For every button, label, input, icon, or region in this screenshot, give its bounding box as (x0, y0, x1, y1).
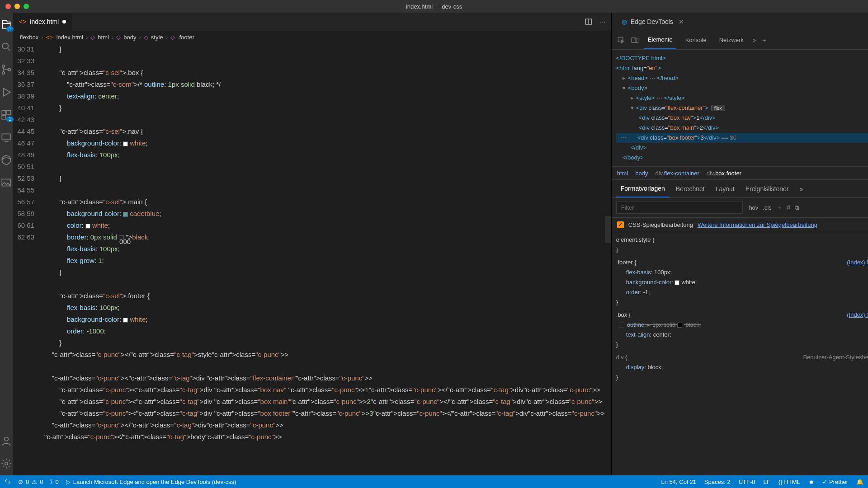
launch-edge-button[interactable]: ▷Launch Microsoft Edge and open the Edge… (66, 479, 236, 485)
rule-selector[interactable]: element.style { (616, 235, 868, 245)
tab-ereignislistener[interactable]: Ereignislistener (741, 180, 793, 197)
window-title: index.html — dev-css (406, 3, 462, 10)
tab-netzwerk[interactable]: Netzwerk (716, 31, 747, 49)
run-debug-icon[interactable] (0, 86, 13, 99)
language-indicator[interactable]: {}HTML (778, 479, 800, 485)
gear-icon[interactable] (0, 457, 13, 470)
source-link[interactable]: (Index):53 (847, 258, 868, 267)
styles-pane[interactable]: element.style { } .footer {(Index):53 fl… (612, 232, 868, 475)
source-link[interactable]: (Index):34 (847, 310, 868, 320)
port-indicator[interactable]: ⟟0 (50, 478, 58, 485)
inspect-icon[interactable] (617, 36, 625, 44)
eol-indicator[interactable]: LF (764, 479, 770, 485)
error-icon: ⊘ (18, 479, 23, 485)
breadcrumb-item[interactable]: flexbox (20, 34, 38, 41)
cls-button[interactable]: .cls (763, 204, 772, 211)
extensions-icon[interactable]: 1 (0, 108, 13, 121)
encoding-indicator[interactable]: UTF-8 (739, 479, 755, 485)
split-editor-icon[interactable] (585, 18, 593, 26)
remote-icon[interactable] (0, 131, 13, 144)
mirror-link[interactable]: Weitere Informationen zur Spiegelbearbei… (698, 221, 817, 228)
unsaved-dot-icon (62, 20, 66, 23)
devtools-panel: ◍ Edge DevTools ✕ ⋯ Elemente Konsole Net… (612, 13, 868, 475)
chevron-right-icon[interactable]: » (753, 37, 756, 43)
chevron-right-icon[interactable]: » (795, 180, 807, 197)
property-checkbox[interactable] (619, 323, 624, 328)
dom-breadcrumb[interactable]: html body div.flex-container div.box.foo… (612, 166, 868, 180)
breadcrumb-item[interactable]: html (98, 34, 109, 41)
dom-tree[interactable]: <!DOCTYPE html> <html lang="en"> ▸<head>… (612, 50, 868, 166)
tab-berechnet[interactable]: Berechnet (671, 180, 709, 197)
cursor-position[interactable]: Ln 54, Col 21 (661, 479, 696, 485)
crumb-item[interactable]: body (635, 170, 648, 177)
code-editor[interactable]: 30 31 32 33 34 35 36 37 38 39 40 41 42 4… (13, 43, 611, 475)
bell-icon[interactable]: 🔔 (856, 479, 863, 485)
computed-icon[interactable]: ⧉ (795, 204, 799, 211)
minimize-icon[interactable] (14, 4, 20, 9)
warning-icon: ⚠ (32, 479, 37, 485)
filter-input[interactable] (616, 202, 743, 214)
editor-tab-label: index.html (30, 18, 59, 25)
device-icon[interactable] (631, 36, 639, 44)
svg-rect-5 (7, 110, 11, 114)
explorer-icon[interactable]: 1 (0, 18, 13, 31)
crumb-item[interactable]: div.box.footer (707, 170, 741, 177)
tab-konsole[interactable]: Konsole (682, 31, 710, 49)
tab-layout[interactable]: Layout (711, 180, 739, 197)
rule-selector[interactable]: .footer { (616, 258, 637, 267)
svg-point-0 (2, 43, 8, 49)
crumb-item[interactable]: html (617, 170, 628, 177)
breadcrumb-item[interactable]: body (123, 34, 136, 41)
close-icon[interactable] (5, 4, 11, 9)
symbol-icon: ◇ (116, 34, 121, 41)
svg-rect-14 (632, 38, 636, 42)
mirror-label: CSS-Spiegelbearbeitung (628, 221, 693, 228)
hov-button[interactable]: :hov (747, 204, 759, 211)
breadcrumb-item[interactable]: .footer (178, 34, 194, 41)
symbol-icon: ◇ (90, 34, 95, 41)
breadcrumb-item[interactable]: style (151, 34, 163, 41)
tab-elemente[interactable]: Elemente (644, 31, 676, 49)
problems-indicator[interactable]: ⊘0 ⚠0 (18, 479, 43, 485)
search-icon[interactable] (0, 41, 13, 53)
source-control-icon[interactable] (0, 63, 13, 76)
svg-rect-6 (2, 115, 6, 119)
account-icon[interactable] (0, 435, 13, 447)
print-icon[interactable]: ⎙ (787, 204, 790, 211)
svg-point-11 (5, 462, 8, 465)
svg-point-8 (2, 155, 11, 164)
main-layout: 1 1 <> index.html ⋯ (0, 13, 868, 475)
devtools-tab[interactable]: ◍ Edge DevTools ✕ (615, 13, 690, 31)
editor-tab-index[interactable]: <> index.html (13, 13, 73, 31)
styles-tabs: Formatvorlagen Berechnet Layout Ereignis… (612, 180, 868, 198)
status-bar: ⊘0 ⚠0 ⟟0 ▷Launch Microsoft Edge and open… (0, 475, 868, 488)
minimap[interactable] (605, 43, 611, 475)
editor-tabs: <> index.html ⋯ (13, 13, 611, 31)
remote-indicator[interactable] (5, 479, 11, 485)
image-icon[interactable] (0, 176, 13, 189)
flex-pill[interactable]: flex (711, 105, 725, 111)
html-file-icon: <> (19, 18, 26, 25)
close-icon[interactable]: ✕ (679, 18, 684, 25)
svg-rect-7 (2, 134, 11, 140)
edge-icon[interactable] (0, 154, 13, 166)
activity-bar: 1 1 (0, 13, 13, 475)
mirror-editing-row: ✓ CSS-Spiegelbearbeitung Weitere Informa… (612, 218, 868, 232)
tab-formatvorlagen[interactable]: Formatvorlagen (616, 180, 670, 197)
rule-selector[interactable]: .box { (616, 310, 631, 320)
plus-icon[interactable]: ＋ (776, 204, 782, 212)
mirror-checkbox[interactable]: ✓ (617, 221, 624, 228)
code-lines[interactable]: } "c-attr">class="c-sel">.box { "c-attr"… (44, 43, 605, 475)
breadcrumb[interactable]: flexbox› <>index.html› ◇html› ◇body› ◇st… (13, 31, 611, 43)
prettier-indicator[interactable]: ✓ Prettier (822, 479, 848, 485)
titlebar: index.html — dev-css (0, 0, 868, 13)
crumb-item[interactable]: div.flex-container (656, 170, 699, 177)
live-icon[interactable]: ☻ (808, 479, 815, 485)
indent-indicator[interactable]: Spaces: 2 (704, 479, 731, 485)
maximize-icon[interactable] (24, 4, 29, 9)
html-file-icon: <> (46, 34, 53, 41)
plus-icon[interactable]: ＋ (761, 36, 767, 44)
breadcrumb-item[interactable]: index.html (57, 34, 83, 41)
play-icon: ▷ (66, 479, 71, 485)
more-icon[interactable]: ⋯ (600, 19, 606, 25)
